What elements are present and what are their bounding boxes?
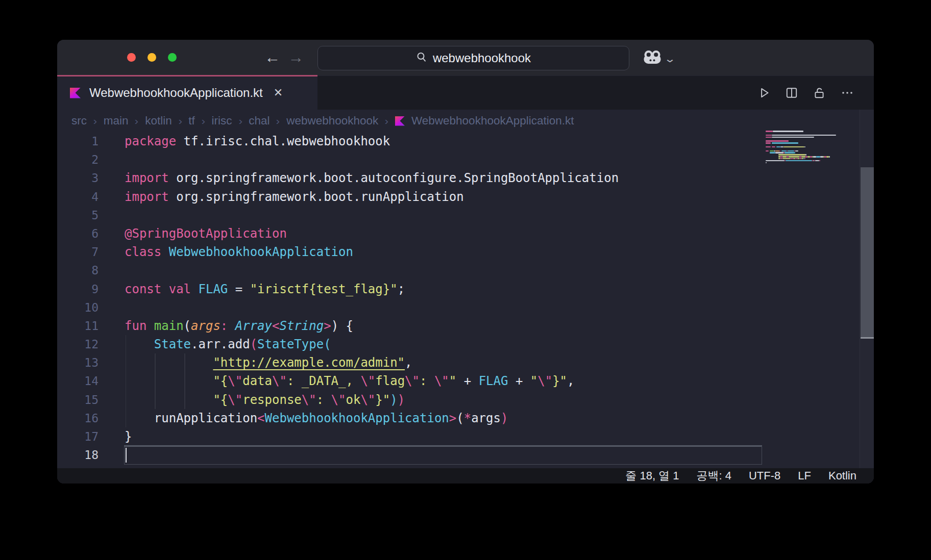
kotlin-logo-icon xyxy=(395,116,405,126)
line-number[interactable]: 2 xyxy=(57,150,99,169)
search-query-text: webwebhookhook xyxy=(433,51,531,65)
code-line-15[interactable]: "{\"response\": \"ok\"}")) xyxy=(125,391,763,409)
breadcrumb-separator: › xyxy=(276,115,280,127)
tab-webwebhookhookapplication-kt[interactable]: WebwebhookhookApplication.kt ✕ xyxy=(57,76,317,110)
code-line-4[interactable]: import org.springframework.boot.runAppli… xyxy=(125,188,763,206)
code-line-16[interactable]: runApplication<WebwebhookhookApplication… xyxy=(125,409,763,427)
zoom-window-button[interactable] xyxy=(168,53,177,62)
minimap-token xyxy=(770,150,774,152)
minimap-token xyxy=(815,160,819,162)
editor-window: ← → webwebhookhook ⌄ xyxy=(57,40,874,483)
status-item-line-ending[interactable]: LF xyxy=(798,468,811,483)
scrollbar-thumb-edge xyxy=(861,337,874,339)
editor-toolbar xyxy=(757,76,854,110)
minimap-token xyxy=(807,156,810,158)
line-number[interactable]: 16 xyxy=(57,409,99,427)
status-item-language-mode[interactable]: Kotlin xyxy=(828,468,856,483)
breadcrumb-item-src[interactable]: src xyxy=(71,114,87,128)
chevron-down-icon: ⌄ xyxy=(664,53,676,65)
code-line-11[interactable]: fun main(args: Array<String>) { xyxy=(125,317,763,335)
collab-face-icon xyxy=(643,50,662,67)
code-line-3[interactable]: import org.springframework.boot.autoconf… xyxy=(125,169,763,187)
minimap-token xyxy=(766,142,771,144)
line-number[interactable]: 15 xyxy=(57,391,99,409)
minimap-token xyxy=(772,146,775,148)
ellipsis-icon[interactable] xyxy=(840,86,854,99)
desktop-background: ← → webwebhookhook ⌄ xyxy=(0,0,931,560)
code-editor[interactable]: 123456789101112131415161718 package tf.i… xyxy=(57,132,874,468)
breadcrumb-item-webwebhookhookapplication.kt[interactable]: WebwebhookhookApplication.kt xyxy=(411,114,574,128)
line-number[interactable]: 8 xyxy=(57,261,99,279)
status-item-indent-setting[interactable]: 공백: 4 xyxy=(696,468,731,483)
line-number[interactable]: 17 xyxy=(57,427,99,446)
code-line-1[interactable]: package tf.irisc.chal.webwebhookhook xyxy=(125,132,763,150)
minimap-token xyxy=(789,156,799,158)
minimap-token xyxy=(779,150,780,152)
scrollbar-thumb[interactable] xyxy=(861,167,874,337)
breadcrumb-item-tf[interactable]: tf xyxy=(188,114,195,128)
code-line-10[interactable] xyxy=(125,298,763,317)
vertical-scrollbar[interactable] xyxy=(860,110,874,468)
close-window-button[interactable] xyxy=(127,53,136,62)
code-content[interactable]: package tf.irisc.chal.webwebhookhookimpo… xyxy=(125,132,763,468)
line-number[interactable]: 4 xyxy=(57,188,99,206)
code-line-5[interactable] xyxy=(125,206,763,224)
code-line-8[interactable] xyxy=(125,261,763,279)
collaboration-menu-button[interactable]: ⌄ xyxy=(643,50,674,67)
breadcrumb-item-webwebhookhook[interactable]: webwebhookhook xyxy=(286,114,378,128)
code-line-13[interactable]: "http://example.com/admin", xyxy=(125,353,763,372)
minimap-token xyxy=(791,158,793,160)
split-pane-icon[interactable] xyxy=(785,86,798,99)
line-number[interactable]: 1 xyxy=(57,132,99,150)
code-line-6[interactable]: @SpringBootApplication xyxy=(125,224,763,243)
line-number[interactable]: 11 xyxy=(57,317,99,335)
status-item-cursor-position[interactable]: 줄 18, 열 1 xyxy=(625,468,679,483)
line-number[interactable]: 6 xyxy=(57,224,99,243)
minimap-token xyxy=(794,152,795,154)
code-line-9[interactable]: const val FLAG = "irisctf{test_flag}"; xyxy=(125,280,763,298)
minimap[interactable] xyxy=(766,131,843,192)
tab-label: WebwebhookhookApplication.kt xyxy=(89,86,263,100)
code-line-12[interactable]: State.arr.add(StateType( xyxy=(125,335,763,353)
breadcrumb[interactable]: src›main›kotlin›tf›irisc›chal›webwebhook… xyxy=(57,110,874,132)
minimap-token xyxy=(782,156,787,158)
minimap-token xyxy=(776,146,780,148)
line-number[interactable]: 10 xyxy=(57,298,99,317)
line-number[interactable]: 18 xyxy=(57,446,99,464)
back-button[interactable]: ← xyxy=(262,46,283,69)
minimize-window-button[interactable] xyxy=(148,53,156,62)
line-number[interactable]: 12 xyxy=(57,335,99,353)
code-line-2[interactable] xyxy=(125,150,763,169)
minimap-token xyxy=(775,150,779,152)
minimap-token xyxy=(813,156,816,158)
code-line-7[interactable]: class WebwebhookhookApplication xyxy=(125,243,763,261)
status-item-encoding[interactable]: UTF-8 xyxy=(749,468,780,483)
minimap-token xyxy=(766,146,771,148)
titlebar[interactable]: ← → webwebhookhook ⌄ xyxy=(57,40,874,75)
line-number[interactable]: 14 xyxy=(57,372,99,390)
code-line-17[interactable]: } xyxy=(125,427,763,446)
line-number[interactable]: 3 xyxy=(57,169,99,187)
line-number[interactable]: 7 xyxy=(57,243,99,261)
breadcrumb-item-main[interactable]: main xyxy=(104,114,129,128)
indent-guide xyxy=(126,335,127,427)
minimap-token xyxy=(766,160,785,162)
breadcrumb-item-irisc[interactable]: irisc xyxy=(212,114,232,128)
play-icon[interactable] xyxy=(757,86,771,99)
kotlin-logo-icon xyxy=(70,88,81,98)
unlock-icon[interactable] xyxy=(813,86,826,99)
line-number[interactable]: 5 xyxy=(57,206,99,224)
project-search-button[interactable]: webwebhookhook xyxy=(317,46,629,70)
minimap-token xyxy=(772,137,814,138)
code-line-14[interactable]: "{\"data\": _DATA_, \"flag\": \"" + FLAG… xyxy=(125,372,763,390)
line-number[interactable]: 9 xyxy=(57,280,99,298)
breadcrumb-item-kotlin[interactable]: kotlin xyxy=(145,114,172,128)
close-tab-icon[interactable]: ✕ xyxy=(274,86,283,99)
forward-button[interactable]: → xyxy=(286,46,306,69)
breadcrumb-separator: › xyxy=(201,115,205,127)
breadcrumb-item-chal[interactable]: chal xyxy=(249,114,270,128)
indent-guide xyxy=(184,353,185,409)
tab-bar: WebwebhookhookApplication.kt ✕ xyxy=(57,76,874,110)
minimap-token xyxy=(782,158,791,160)
line-number[interactable]: 13 xyxy=(57,353,99,372)
